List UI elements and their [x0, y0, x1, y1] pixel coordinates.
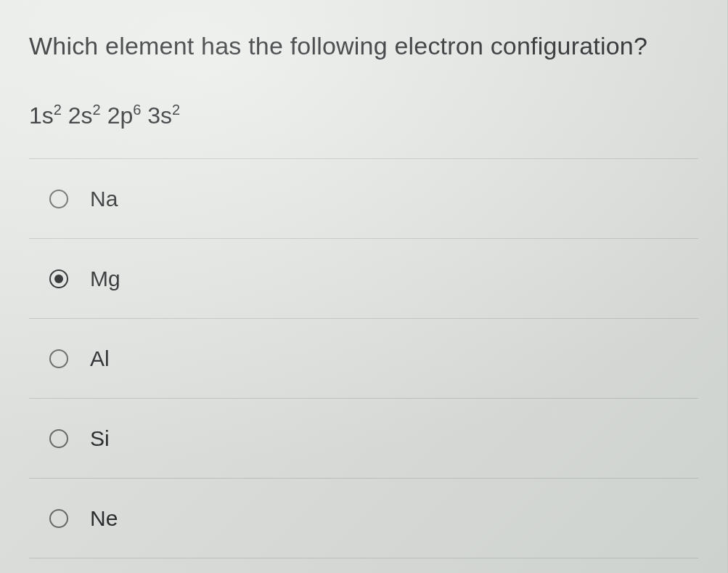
option-label: Na	[90, 187, 118, 211]
config-term: 1s2	[29, 102, 62, 129]
option-label: Si	[90, 426, 110, 451]
option-al[interactable]: Al	[29, 319, 698, 399]
option-mg[interactable]: Mg	[29, 239, 698, 319]
option-ne[interactable]: Ne	[29, 479, 698, 558]
option-si[interactable]: Si	[29, 399, 698, 479]
option-label: Ne	[90, 506, 118, 531]
config-term: 3s2	[147, 102, 180, 129]
radio-icon	[49, 349, 68, 368]
radio-icon	[49, 509, 68, 528]
option-label: Mg	[90, 267, 120, 291]
electron-configuration: 1s2 2s2 2p6 3s2	[29, 102, 698, 129]
option-label: Al	[90, 346, 110, 371]
radio-icon	[49, 269, 68, 288]
config-term: 2s2	[68, 102, 101, 129]
question-prompt: Which element has the following electron…	[29, 32, 698, 60]
quiz-card: Which element has the following electron…	[0, 0, 728, 573]
radio-icon	[49, 429, 68, 448]
config-term: 2p6	[107, 102, 142, 129]
radio-icon	[49, 190, 68, 208]
options-list: Na Mg Al Si Ne	[29, 158, 698, 558]
option-na[interactable]: Na	[29, 159, 698, 239]
